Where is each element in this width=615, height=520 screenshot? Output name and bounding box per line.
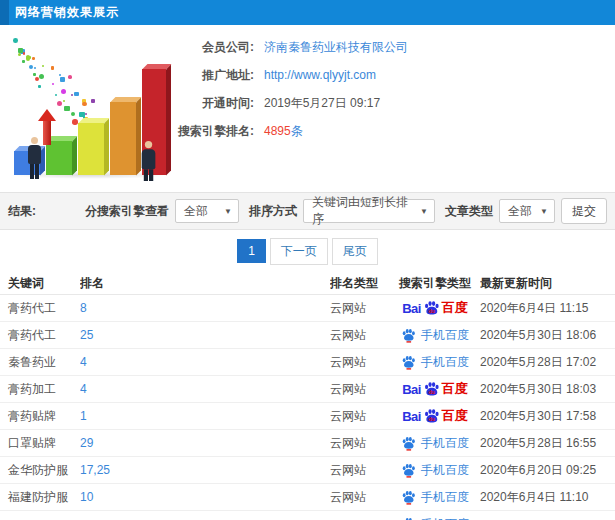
baidu-mobile-label: 手机百度 bbox=[421, 435, 469, 452]
baidu-logo-cn-text: 百度 bbox=[442, 299, 468, 317]
baidu-paw-icon: du bbox=[423, 408, 440, 425]
info-label: 开通时间: bbox=[170, 89, 254, 117]
keyword-cell: 福建防护服 bbox=[8, 490, 68, 504]
submit-button[interactable]: 提交 bbox=[561, 198, 607, 224]
info-label: 会员公司: bbox=[170, 33, 254, 61]
growth-bar-chart-illustration bbox=[4, 29, 174, 181]
engine-filter-select[interactable]: 全部 ▼ bbox=[175, 199, 239, 223]
table-row: 口罩贴牌29云网站手机百度2020年5月28日 16:55 bbox=[0, 430, 615, 457]
baidu-paw-icon: du bbox=[423, 381, 440, 398]
page-1-button[interactable]: 1 bbox=[237, 239, 266, 263]
table-row: 福建防护服10云网站手机百度2020年6月4日 11:10 bbox=[0, 484, 615, 511]
ranking-count: 4895 bbox=[264, 124, 291, 138]
businessman-figure-left bbox=[26, 137, 42, 179]
bar-orange bbox=[110, 102, 136, 175]
rank-type-cell: 云网站 bbox=[330, 409, 366, 423]
table-row: 秦鲁药业4云网站手机百度2020年5月28日 17:02 bbox=[0, 349, 615, 376]
chevron-down-icon: ▼ bbox=[540, 207, 548, 216]
baidu-paw-icon bbox=[401, 328, 416, 343]
bar-green bbox=[46, 141, 72, 175]
table-row: 手机百度 bbox=[0, 511, 615, 520]
rank-type-cell: 云网站 bbox=[330, 382, 366, 396]
page-title: 网络营销效果展示 bbox=[15, 4, 119, 21]
rank-link[interactable]: 25 bbox=[80, 328, 93, 342]
info-value: 2019年5月27日 09:17 bbox=[264, 96, 380, 110]
article-type-filter-label: 文章类型 bbox=[445, 203, 493, 220]
table-row: 膏药代工8云网站Baidu百度2020年6月4日 11:15 bbox=[0, 295, 615, 322]
member-info-section: 会员公司:济南秦鲁药业科技有限公司推广地址:http://www.qlyyjt.… bbox=[0, 25, 615, 192]
article-type-filter-select[interactable]: 全部 ▼ bbox=[499, 199, 555, 223]
info-value-link[interactable]: 济南秦鲁药业科技有限公司 bbox=[264, 40, 408, 54]
result-label: 结果: bbox=[8, 203, 36, 220]
next-page-button[interactable]: 下一页 bbox=[270, 238, 328, 265]
table-row: 膏药加工4云网站Baidu百度2020年5月30日 18:03 bbox=[0, 376, 615, 403]
engine-filter-label: 分搜索引擎查看 bbox=[85, 203, 169, 220]
ranking-count-suffix: 条 bbox=[291, 124, 303, 138]
results-table: 关键词排名排名类型搜索引擎类型最新更新时间 膏药代工8云网站Baidu百度202… bbox=[0, 272, 615, 520]
baidu-logo-text: Bai bbox=[402, 409, 421, 424]
keyword-cell: 秦鲁药业 bbox=[8, 355, 56, 369]
update-time-cell: 2020年5月30日 18:03 bbox=[480, 382, 596, 396]
sort-filter-label: 排序方式 bbox=[249, 203, 297, 220]
baidu-paw-icon: du bbox=[423, 300, 440, 317]
column-header: 关键词 bbox=[0, 275, 80, 292]
results-table-body: 膏药代工8云网站Baidu百度2020年6月4日 11:15膏药代工25云网站手… bbox=[0, 295, 615, 520]
baidu-paw-icon bbox=[401, 355, 416, 370]
chevron-down-icon: ▼ bbox=[420, 207, 428, 216]
info-list: 会员公司:济南秦鲁药业科技有限公司推广地址:http://www.qlyyjt.… bbox=[170, 33, 408, 145]
sort-filter-value: 关键词由短到长排序 bbox=[312, 194, 414, 228]
rank-link[interactable]: 4 bbox=[80, 382, 87, 396]
baidu-paw-icon bbox=[401, 490, 416, 505]
table-row: 金华防护服17,25云网站手机百度2020年6月20日 09:25 bbox=[0, 457, 615, 484]
last-page-button[interactable]: 尾页 bbox=[332, 238, 378, 265]
column-header: 最新更新时间 bbox=[480, 275, 615, 292]
baidu-logo-text: Bai bbox=[402, 301, 421, 316]
pagination: 1 下一页 尾页 bbox=[0, 230, 615, 272]
baidu-mobile-logo: 手机百度 bbox=[401, 327, 469, 344]
column-header: 排名 bbox=[80, 275, 330, 292]
rank-type-cell: 云网站 bbox=[330, 436, 366, 450]
column-header: 搜索引擎类型 bbox=[390, 275, 480, 292]
page: 网络营销效果展示 会员公司:济南秦鲁药业科技有限公司推广地址:http://ww… bbox=[0, 0, 615, 520]
baidu-mobile-label: 手机百度 bbox=[421, 354, 469, 371]
businessman-figure-right bbox=[140, 141, 157, 181]
rank-link[interactable]: 29 bbox=[80, 436, 93, 450]
keyword-cell: 膏药加工 bbox=[8, 382, 56, 396]
baidu-logo-text: Bai bbox=[402, 382, 421, 397]
baidu-logo-cn-text: 百度 bbox=[442, 407, 468, 425]
keyword-cell: 膏药贴牌 bbox=[8, 409, 56, 423]
rank-type-cell: 云网站 bbox=[330, 355, 366, 369]
table-row: 膏药贴牌1云网站Baidu百度2020年5月30日 17:58 bbox=[0, 403, 615, 430]
keyword-cell: 口罩贴牌 bbox=[8, 436, 56, 450]
baidu-mobile-label: 手机百度 bbox=[421, 327, 469, 344]
rank-link[interactable]: 10 bbox=[80, 490, 93, 504]
baidu-paw-icon bbox=[401, 463, 416, 478]
rank-type-cell: 云网站 bbox=[330, 463, 366, 477]
rank-type-cell: 云网站 bbox=[330, 301, 366, 315]
baidu-paw-icon bbox=[401, 517, 416, 520]
keyword-cell: 膏药代工 bbox=[8, 301, 56, 315]
baidu-mobile-logo: 手机百度 bbox=[401, 516, 469, 520]
update-time-cell: 2020年5月28日 16:55 bbox=[480, 436, 596, 450]
info-label: 搜索引擎排名: bbox=[170, 117, 254, 145]
column-header: 排名类型 bbox=[330, 275, 390, 292]
update-time-cell: 2020年5月28日 17:02 bbox=[480, 355, 596, 369]
sort-filter-select[interactable]: 关键词由短到长排序 ▼ bbox=[303, 199, 435, 223]
rank-link[interactable]: 8 bbox=[80, 301, 87, 315]
bar-yellow bbox=[78, 123, 104, 175]
baidu-pc-logo: Baidu百度 bbox=[402, 380, 468, 398]
svg-text:du: du bbox=[428, 307, 434, 313]
info-value-link[interactable]: http://www.qlyyjt.com bbox=[264, 68, 376, 82]
keyword-cell: 金华防护服 bbox=[8, 463, 68, 477]
table-header-row: 关键词排名排名类型搜索引擎类型最新更新时间 bbox=[0, 272, 615, 295]
baidu-mobile-label: 手机百度 bbox=[421, 489, 469, 506]
baidu-mobile-label: 手机百度 bbox=[421, 516, 469, 520]
rank-link[interactable]: 1 bbox=[80, 409, 87, 423]
baidu-pc-logo: Baidu百度 bbox=[402, 299, 468, 317]
rank-link[interactable]: 4 bbox=[80, 355, 87, 369]
baidu-paw-icon bbox=[401, 436, 416, 451]
info-label: 推广地址: bbox=[170, 61, 254, 89]
rank-link[interactable]: 17,25 bbox=[80, 463, 110, 477]
rank-type-cell: 云网站 bbox=[330, 328, 366, 342]
baidu-mobile-logo: 手机百度 bbox=[401, 354, 469, 371]
